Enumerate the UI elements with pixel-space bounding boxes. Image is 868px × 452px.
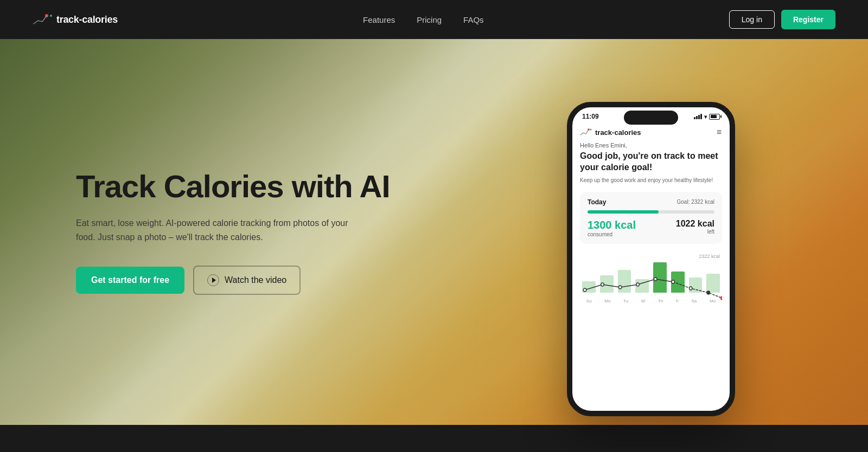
hero-title: Track Calories with AI bbox=[76, 169, 445, 204]
svg-point-1 bbox=[50, 15, 52, 17]
x-label-2: Tu bbox=[623, 299, 628, 304]
phone-time: 11:09 bbox=[582, 113, 599, 120]
hero-bottom-strip bbox=[0, 425, 868, 452]
hero-section: Track Calories with AI Eat smart, lose w… bbox=[0, 0, 868, 452]
x-label-6: Sa bbox=[692, 299, 697, 304]
logo[interactable]: track-calories bbox=[33, 13, 118, 26]
x-label-0: Su bbox=[586, 299, 592, 304]
x-label-1: Mo bbox=[604, 299, 610, 304]
chart-x-labels: Su Mo Tu W Th F Sa Mo bbox=[580, 299, 722, 304]
left-label: left bbox=[676, 229, 714, 235]
calorie-card: Today Goal: 2322 kcal 1300 kcal consumed bbox=[580, 192, 722, 244]
chart-area: 2322 kcal bbox=[580, 249, 722, 304]
nav-pricing[interactable]: Pricing bbox=[417, 15, 442, 24]
svg-point-6 bbox=[618, 286, 621, 289]
logo-icon bbox=[33, 13, 52, 26]
phone-greeting: Hello Enes Emini, bbox=[580, 142, 722, 148]
phone-mockup: 11:09 ▾ bbox=[567, 102, 735, 416]
play-triangle bbox=[212, 277, 216, 283]
battery-tip bbox=[720, 115, 722, 118]
today-label: Today bbox=[588, 198, 606, 206]
svg-point-3 bbox=[590, 129, 592, 131]
battery-icon bbox=[709, 114, 720, 120]
hero-right: 11:09 ▾ bbox=[477, 64, 868, 400]
nav-actions: Log in Register bbox=[729, 10, 835, 29]
consumed-label: consumed bbox=[588, 231, 636, 237]
signal-bar-1 bbox=[694, 117, 695, 119]
phone-notch bbox=[624, 111, 678, 125]
x-label-5: F bbox=[676, 299, 679, 304]
phone-wrapper: 11:09 ▾ bbox=[567, 102, 735, 416]
hero-left: Track Calories with AI Eat smart, lose w… bbox=[0, 169, 477, 295]
phone-logo-icon bbox=[580, 128, 592, 137]
hero-subtitle: Eat smart, lose weight. AI-powered calor… bbox=[76, 216, 358, 244]
consumed-value: 1300 kcal bbox=[588, 219, 636, 231]
card-stats: 1300 kcal consumed 1022 kcal left bbox=[588, 219, 714, 237]
stat-consumed: 1300 kcal consumed bbox=[588, 219, 636, 237]
goal-label: Goal: 2322 kcal bbox=[677, 199, 715, 205]
watch-video-button[interactable]: Watch the video bbox=[193, 266, 301, 295]
phone-logo: track-calories bbox=[580, 128, 641, 137]
signal-icon bbox=[694, 114, 702, 119]
svg-point-8 bbox=[654, 277, 656, 281]
svg-point-10 bbox=[689, 287, 692, 290]
nav-features[interactable]: Features bbox=[363, 15, 395, 24]
phone-headline: Good job, you're on track to meet your c… bbox=[580, 151, 722, 173]
register-button[interactable]: Register bbox=[781, 10, 835, 29]
stat-left: 1022 kcal left bbox=[676, 219, 714, 235]
hero-buttons: Get started for free Watch the video bbox=[76, 266, 445, 295]
progress-bar bbox=[588, 210, 714, 214]
battery-fill bbox=[711, 115, 717, 118]
nav-links: Features Pricing FAQs bbox=[363, 15, 484, 24]
signal-bar-2 bbox=[696, 116, 698, 119]
svg-point-7 bbox=[636, 283, 639, 286]
x-label-7: Mo bbox=[710, 299, 716, 304]
left-value: 1022 kcal bbox=[676, 219, 714, 229]
signal-bar-3 bbox=[698, 115, 700, 119]
login-button[interactable]: Log in bbox=[729, 10, 775, 29]
progress-fill bbox=[588, 210, 659, 214]
play-icon bbox=[207, 274, 219, 286]
signal-bar-4 bbox=[700, 114, 702, 119]
svg-point-4 bbox=[583, 288, 586, 292]
x-label-3: W bbox=[641, 299, 646, 304]
phone-app-header: track-calories ≡ bbox=[580, 125, 722, 142]
hamburger-icon[interactable]: ≡ bbox=[717, 128, 722, 137]
wifi-icon: ▾ bbox=[704, 114, 707, 120]
phone-subtext: Keep up the good work and enjoy your hea… bbox=[580, 177, 722, 184]
x-label-4: Th bbox=[658, 299, 663, 304]
svg-point-5 bbox=[601, 283, 604, 286]
nav-faqs[interactable]: FAQs bbox=[463, 15, 484, 24]
watch-video-label: Watch the video bbox=[225, 275, 286, 285]
get-started-button[interactable]: Get started for free bbox=[76, 267, 184, 294]
logo-text: track-calories bbox=[56, 14, 118, 25]
phone-logo-text: track-calories bbox=[595, 128, 641, 137]
navbar: track-calories Features Pricing FAQs Log… bbox=[0, 0, 868, 39]
card-header: Today Goal: 2322 kcal bbox=[588, 198, 714, 206]
phone-body: track-calories ≡ Hello Enes Emini, Good … bbox=[572, 120, 730, 304]
svg-point-9 bbox=[672, 280, 674, 283]
chart-line-svg: .dash { stroke-dasharray: 4 3; } bbox=[580, 249, 722, 304]
hero-content: Track Calories with AI Eat smart, lose w… bbox=[0, 25, 868, 427]
svg-point-11 bbox=[707, 291, 710, 294]
phone-status-icons: ▾ bbox=[694, 114, 720, 120]
